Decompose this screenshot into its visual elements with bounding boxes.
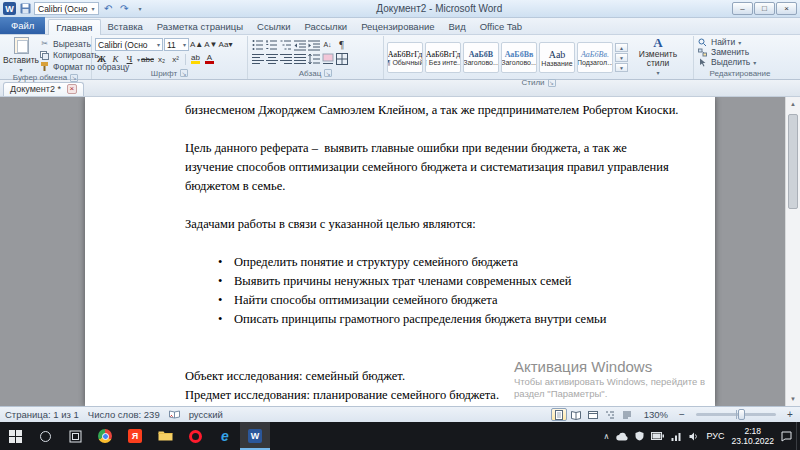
tab-view[interactable]: Вид (441, 18, 472, 34)
italic-button[interactable]: К (109, 53, 122, 66)
style-heading1[interactable]: АаБбВ Заголово... (463, 42, 499, 73)
taskbar-opera[interactable] (180, 422, 210, 450)
tab-insert[interactable]: Вставка (101, 18, 150, 34)
shading-button[interactable] (321, 53, 334, 66)
scroll-down-icon[interactable]: ▼ (786, 392, 800, 406)
gallery-up-button[interactable]: ▲ (615, 43, 628, 52)
minimize-button[interactable]: – (732, 2, 753, 15)
language-indicator[interactable]: русский (189, 409, 223, 420)
find-button[interactable]: Найти ▾ (697, 37, 756, 47)
numbering-button[interactable] (265, 38, 278, 51)
qat-customize-button[interactable]: ▾ (134, 2, 147, 15)
wifi-icon[interactable] (671, 432, 682, 441)
notification-center-icon[interactable] (781, 431, 792, 442)
style-normal[interactable]: АаБбВгГд ¶ Обычный (387, 42, 423, 73)
underline-button[interactable]: Ч (123, 53, 136, 66)
taskbar-yandex[interactable]: Я (120, 422, 150, 450)
change-styles-button[interactable]: А Изменить стили ▾ (630, 37, 686, 78)
document-tab[interactable]: Документ2 * × (3, 82, 84, 96)
zoom-out-button[interactable]: − (677, 409, 687, 420)
gallery-down-button[interactable]: ▼ (615, 53, 628, 62)
style-heading2[interactable]: АаБбВв Заголово... (501, 42, 537, 73)
tab-mailings[interactable]: Рассылки (297, 18, 354, 34)
undo-button[interactable]: ↶ (102, 2, 115, 15)
replace-button[interactable]: Заменить (697, 47, 756, 57)
align-left-button[interactable] (251, 53, 264, 66)
web-layout-view-button[interactable] (585, 408, 601, 421)
search-button[interactable] (30, 422, 60, 450)
proofing-icon[interactable] (169, 410, 180, 419)
tab-file[interactable]: Файл (0, 17, 45, 34)
battery-icon[interactable] (651, 432, 664, 440)
font-color-button[interactable]: А (203, 53, 216, 66)
clipboard-dialog-launcher[interactable]: ↘ (70, 74, 78, 82)
style-no-spacing[interactable]: АаБбВгГд ¶ Без инте... (425, 42, 461, 73)
show-paragraph-marks-button[interactable]: ¶ (335, 38, 348, 51)
shrink-font-button[interactable]: А▼ (204, 38, 217, 51)
fullscreen-reading-view-button[interactable] (568, 408, 584, 421)
tab-references[interactable]: Ссылки (250, 18, 297, 34)
decrease-indent-button[interactable] (293, 38, 306, 51)
volume-icon[interactable] (689, 432, 699, 441)
taskbar-clock[interactable]: 2:18 23.10.2022 (731, 426, 774, 446)
outline-view-button[interactable] (602, 408, 618, 421)
align-center-button[interactable] (265, 53, 278, 66)
paste-button[interactable]: Вставить ▾ (3, 37, 39, 73)
chevron-down-icon[interactable]: ▾ (137, 56, 140, 63)
gallery-more-button[interactable]: ▼ (615, 63, 628, 72)
shield-icon[interactable] (635, 431, 644, 441)
tab-office-tab[interactable]: Office Tab (473, 18, 529, 34)
line-spacing-button[interactable] (307, 53, 320, 66)
word-app-icon[interactable]: W (3, 2, 16, 15)
font-size-combo[interactable]: 11 ▾ (164, 38, 189, 51)
page-indicator[interactable]: Страница: 1 из 1 (5, 409, 79, 420)
taskbar-word-active[interactable]: W (240, 422, 270, 450)
tab-home[interactable]: Главная (48, 19, 100, 35)
close-button[interactable]: × (776, 2, 797, 15)
task-view-button[interactable] (60, 422, 90, 450)
justify-button[interactable] (293, 53, 306, 66)
print-layout-view-button[interactable] (551, 408, 567, 421)
word-count[interactable]: Число слов: 239 (88, 409, 160, 420)
zoom-slider-thumb[interactable] (738, 409, 745, 420)
strikethrough-button[interactable]: abc (141, 53, 154, 66)
taskbar-chrome[interactable] (90, 422, 120, 450)
taskbar-edge[interactable]: e (210, 422, 240, 450)
taskbar-file-explorer[interactable] (150, 422, 180, 450)
highlight-color-button[interactable]: ab (189, 53, 202, 66)
tab-review[interactable]: Рецензирование (354, 18, 441, 34)
save-button[interactable] (19, 3, 31, 15)
tab-close-icon[interactable]: × (67, 84, 77, 94)
scrollbar-thumb[interactable] (788, 114, 798, 209)
superscript-button[interactable]: x² (169, 53, 182, 66)
multilevel-list-button[interactable] (279, 38, 292, 51)
grow-font-button[interactable]: А▲ (190, 38, 203, 51)
align-right-button[interactable] (279, 53, 292, 66)
draft-view-button[interactable] (619, 408, 635, 421)
borders-button[interactable] (335, 53, 348, 66)
redo-button[interactable]: ↷ (118, 2, 131, 15)
language-switcher[interactable]: РУС (706, 431, 724, 441)
styles-dialog-launcher[interactable]: ↘ (548, 79, 556, 87)
hidden-icons-chevron[interactable]: ∧ (604, 432, 610, 441)
tab-page-layout[interactable]: Разметка страницы (150, 18, 250, 34)
paragraph-dialog-launcher[interactable]: ↘ (324, 69, 332, 77)
font-dialog-launcher[interactable]: ↘ (180, 69, 188, 77)
increase-indent-button[interactable] (307, 38, 320, 51)
zoom-level[interactable]: 130% (644, 409, 668, 420)
qat-font-combo[interactable]: Calibri (Осно ▾ (34, 2, 99, 15)
zoom-in-button[interactable]: + (785, 409, 795, 420)
sort-button[interactable]: А↓ (321, 38, 334, 51)
maximize-button[interactable]: □ (754, 2, 775, 15)
style-subtitle[interactable]: АаБбВв. Подзагол... (577, 42, 613, 73)
change-case-button[interactable]: Аа▾ (219, 38, 233, 51)
bold-button[interactable]: Ж (95, 53, 108, 66)
cloud-icon[interactable] (616, 432, 628, 441)
zoom-slider[interactable] (696, 413, 776, 416)
bullets-button[interactable] (251, 38, 264, 51)
document-page[interactable]: бизнесменом Джорджем Самюэлем Клейном, а… (85, 97, 715, 406)
font-name-combo[interactable]: Calibri (Осно ▾ (95, 38, 163, 51)
vertical-scrollbar[interactable]: ▲ ▼ (785, 97, 800, 406)
style-title[interactable]: Aab Название (539, 42, 575, 73)
start-button[interactable] (0, 422, 30, 450)
